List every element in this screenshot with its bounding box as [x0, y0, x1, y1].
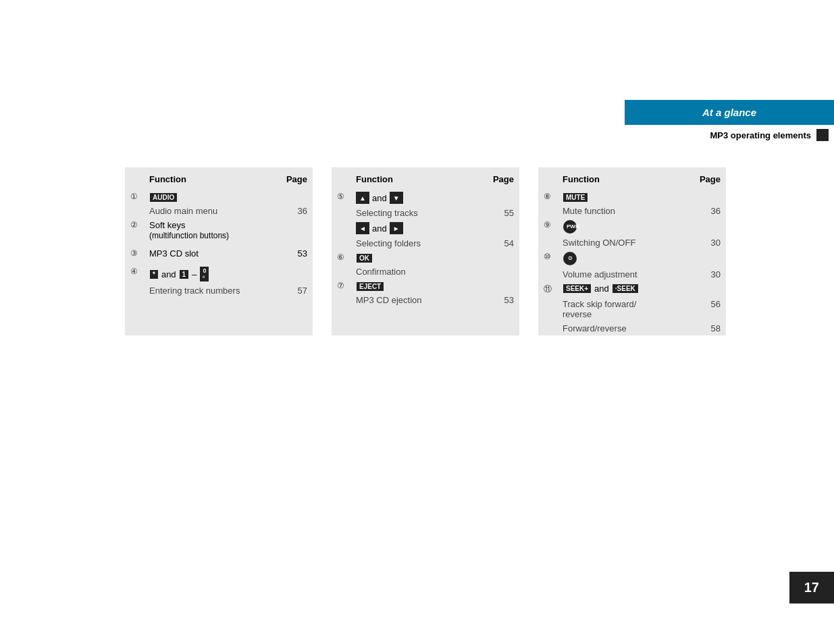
and-text: and: [372, 223, 387, 234]
mp3-title-text: MP3 operating elements: [710, 130, 811, 140]
table-row: Forward/reverse 58: [538, 321, 726, 336]
and-text: and: [161, 269, 176, 279]
table-3: Function Page ⑧ MUTE Mute function 36: [538, 167, 726, 336]
tables-container: Function Page ① AUDIO Audio main menu 36: [125, 167, 726, 336]
row-num: ③: [125, 246, 144, 261]
table-row: Confirmation: [332, 265, 519, 279]
row-num: ②: [125, 218, 144, 242]
pwr-badge: PWR: [563, 220, 577, 234]
at-a-glance-bar: At a glance: [625, 100, 834, 125]
spacer: [125, 298, 313, 325]
table-3-header: Function Page: [538, 167, 726, 190]
row-num: [332, 220, 350, 236]
table-3-col-num: [538, 167, 557, 190]
ud-arrows: ▲ and ▼: [356, 192, 465, 204]
table-3-col-function: Function: [557, 167, 681, 190]
track-icons: * and 1 – 0⁰: [149, 267, 267, 281]
row-page: 53: [272, 246, 313, 261]
vol-badge: ⊙: [563, 252, 577, 265]
row-page: [470, 279, 519, 293]
table-row: ⑥ OK: [332, 250, 519, 265]
spacer: [332, 307, 519, 334]
row-page: [272, 265, 313, 284]
down-arrow: ▼: [390, 192, 403, 204]
row-function: AUDIO: [144, 190, 272, 204]
audio-badge: AUDIO: [150, 193, 177, 202]
row-page: [470, 220, 519, 236]
table-2: Function Page ⑤ ▲ and ▼: [332, 167, 519, 336]
table-2-col-num: [332, 167, 350, 190]
table-row: ③ MP3 CD slot 53: [125, 246, 313, 261]
up-arrow: ▲: [356, 192, 369, 204]
row-page: [470, 190, 519, 206]
star-badge: *: [150, 270, 158, 279]
zero-badge: 0⁰: [200, 267, 209, 281]
table-row: ⑨ PWR: [538, 218, 726, 236]
row-num: ⑥: [332, 250, 350, 265]
row-page: [681, 250, 726, 267]
table-row: Volume adjustment 30: [538, 267, 726, 281]
table-1-col-num: [125, 167, 144, 190]
table-row: Selecting tracks 55: [332, 206, 519, 220]
table-2-col-function: Function: [350, 167, 470, 190]
row-function: EJECT: [350, 279, 470, 293]
table-row: ◄ and ►: [332, 220, 519, 236]
mute-badge: MUTE: [563, 193, 588, 202]
mp3-title-square: [816, 129, 829, 141]
and-text: and: [594, 284, 609, 294]
table-1-col-page: Page: [272, 167, 313, 190]
row-page: [681, 218, 726, 236]
row-num: ⑤: [332, 190, 350, 206]
row-num: ①: [125, 190, 144, 204]
table-row: ⑤ ▲ and ▼: [332, 190, 519, 206]
table-3-col-page: Page: [681, 167, 726, 190]
table-row: ② Soft keys(multifunction buttons): [125, 218, 313, 242]
table-row: Selecting folders 54: [332, 236, 519, 250]
table-1-col-function: Function: [144, 167, 272, 190]
row-function: Soft keys(multifunction buttons): [144, 218, 272, 242]
table-row: ⑩ ⊙: [538, 250, 726, 267]
lr-arrows: ◄ and ►: [356, 222, 465, 234]
table-row: Switching ON/OFF 30: [538, 236, 726, 250]
row-num: ⑧: [538, 190, 557, 204]
row-function: OK: [350, 250, 470, 265]
table-row: Mute function 36: [538, 204, 726, 218]
ok-badge: OK: [357, 254, 372, 263]
page-number: 17: [789, 572, 834, 603]
left-arrow: ◄: [356, 222, 369, 234]
table-row: ⑪ SEEK+ and ·SEEK: [538, 281, 726, 297]
row-num: ⑦: [332, 279, 350, 293]
row-function: MUTE: [557, 190, 681, 204]
row-num: ⑨: [538, 218, 557, 236]
seekplus-badge: SEEK+: [563, 284, 591, 293]
table-row: ⑧ MUTE: [538, 190, 726, 204]
row-page: [681, 190, 726, 204]
one-badge: 1: [180, 270, 189, 279]
row-function: ▲ and ▼: [350, 190, 470, 206]
table-row: ④ * and 1 – 0⁰: [125, 265, 313, 284]
right-arrow: ►: [390, 222, 403, 234]
mp3-title-bar: MP3 operating elements: [625, 125, 834, 145]
eject-badge: EJECT: [357, 282, 384, 291]
row-function: MP3 CD slot: [144, 246, 272, 261]
row-num: ⑪: [538, 281, 557, 297]
dash-text: –: [192, 269, 197, 279]
header-section: At a glance MP3 operating elements: [625, 100, 834, 145]
seekminus-badge: ·SEEK: [613, 284, 638, 293]
table-row: ⑦ EJECT: [332, 279, 519, 293]
seek-icons: SEEK+ and ·SEEK: [563, 284, 675, 294]
and-text: and: [372, 193, 387, 203]
table-row: Entering track numbers 57: [125, 284, 313, 298]
table-row: MP3 CD ejection 53: [332, 293, 519, 307]
row-page: [470, 250, 519, 265]
row-page: [681, 281, 726, 297]
table-2-col-page: Page: [470, 167, 519, 190]
table-1: Function Page ① AUDIO Audio main menu 36: [125, 167, 313, 336]
row-function: ⊙: [557, 250, 681, 267]
table-row: ① AUDIO: [125, 190, 313, 204]
row-function: SEEK+ and ·SEEK: [557, 281, 681, 297]
table-row: Track skip forward/reverse 56: [538, 297, 726, 321]
row-function: PWR: [557, 218, 681, 236]
row-function: * and 1 – 0⁰: [144, 265, 272, 284]
row-function: ◄ and ►: [350, 220, 470, 236]
